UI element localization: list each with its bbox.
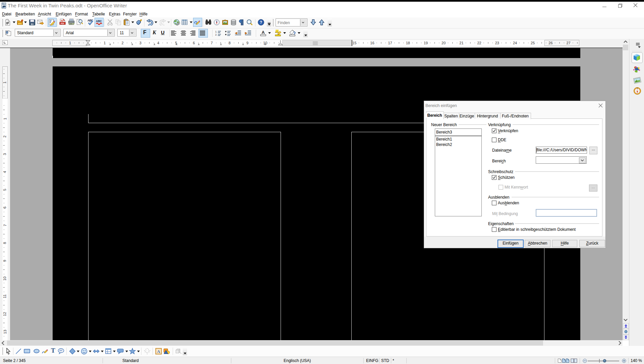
svg-text:17: 17 bbox=[388, 41, 392, 45]
svg-text:1: 1 bbox=[3, 118, 7, 120]
svg-text:8: 8 bbox=[3, 242, 7, 244]
svg-text:1: 1 bbox=[3, 82, 7, 84]
svg-text:N: N bbox=[637, 87, 638, 89]
svg-text:3: 3 bbox=[3, 153, 7, 155]
svg-text:19: 19 bbox=[424, 41, 428, 45]
svg-text:1: 1 bbox=[104, 41, 106, 45]
svg-text:ABC: ABC bbox=[96, 19, 102, 23]
svg-text:6: 6 bbox=[3, 207, 7, 209]
svg-text:21: 21 bbox=[459, 41, 463, 45]
svg-text:7: 7 bbox=[3, 224, 7, 226]
svg-text:11: 11 bbox=[3, 294, 7, 298]
svg-text:10: 10 bbox=[3, 276, 7, 280]
svg-text:26: 26 bbox=[548, 41, 552, 45]
svg-text:8: 8 bbox=[229, 41, 231, 45]
svg-text:25: 25 bbox=[531, 41, 535, 45]
svg-text:2.: 2. bbox=[215, 34, 217, 36]
svg-text:4: 4 bbox=[3, 171, 7, 173]
svg-text:20: 20 bbox=[442, 41, 446, 45]
svg-text:3: 3 bbox=[139, 41, 141, 45]
svg-text:1.: 1. bbox=[215, 31, 217, 33]
svg-text:13: 13 bbox=[3, 330, 7, 334]
svg-text:27: 27 bbox=[566, 41, 570, 45]
svg-text:24: 24 bbox=[513, 41, 517, 45]
svg-text:16: 16 bbox=[370, 41, 374, 45]
svg-text:A: A bbox=[261, 30, 265, 35]
svg-text:4: 4 bbox=[157, 41, 159, 45]
svg-text:7: 7 bbox=[211, 41, 213, 45]
svg-text:5: 5 bbox=[175, 41, 177, 45]
svg-text:12: 12 bbox=[3, 312, 7, 316]
svg-text:23: 23 bbox=[495, 41, 499, 45]
svg-text:?: ? bbox=[260, 20, 262, 25]
svg-text:22: 22 bbox=[477, 41, 481, 45]
svg-text:A: A bbox=[157, 349, 160, 354]
svg-text:9: 9 bbox=[3, 260, 7, 262]
svg-text:18: 18 bbox=[406, 41, 410, 45]
svg-text:15: 15 bbox=[352, 41, 356, 45]
svg-text:6: 6 bbox=[193, 41, 195, 45]
svg-text:5: 5 bbox=[3, 189, 7, 191]
svg-text:2: 2 bbox=[122, 41, 124, 45]
svg-text:PDF: PDF bbox=[61, 22, 65, 24]
svg-text:1: 1 bbox=[69, 41, 71, 45]
svg-text:9: 9 bbox=[246, 41, 248, 45]
svg-text:2: 2 bbox=[3, 136, 7, 138]
